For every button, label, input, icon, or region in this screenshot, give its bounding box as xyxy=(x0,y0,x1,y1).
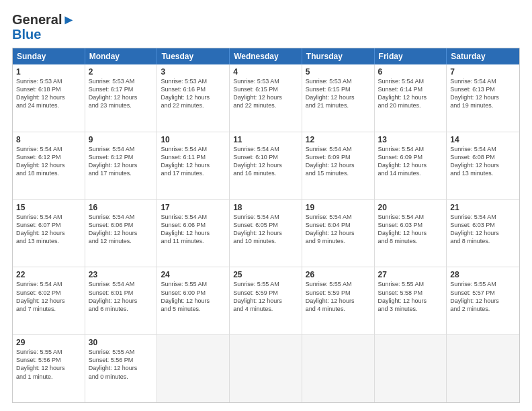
header-day-sunday: Sunday xyxy=(13,48,85,64)
day-number: 5 xyxy=(306,67,371,77)
header-day-thursday: Thursday xyxy=(302,48,375,64)
day-number: 4 xyxy=(233,67,298,77)
cal-cell-19: 19Sunrise: 5:54 AM Sunset: 6:04 PM Dayli… xyxy=(302,200,375,267)
day-info: Sunrise: 5:54 AM Sunset: 6:10 PM Dayligh… xyxy=(233,145,298,178)
cal-cell-28: 28Sunrise: 5:55 AM Sunset: 5:57 PM Dayli… xyxy=(447,267,519,334)
day-info: Sunrise: 5:53 AM Sunset: 6:15 PM Dayligh… xyxy=(233,77,298,110)
logo-text: General► xyxy=(12,12,75,28)
day-number: 10 xyxy=(161,135,226,144)
day-info: Sunrise: 5:53 AM Sunset: 6:16 PM Dayligh… xyxy=(161,77,226,110)
day-number: 17 xyxy=(161,203,226,212)
day-info: Sunrise: 5:54 AM Sunset: 6:13 PM Dayligh… xyxy=(450,77,516,110)
day-number: 22 xyxy=(16,270,81,279)
day-number: 15 xyxy=(16,203,81,212)
cal-cell-empty xyxy=(230,335,302,402)
cal-cell-12: 12Sunrise: 5:54 AM Sunset: 6:09 PM Dayli… xyxy=(302,132,375,199)
cal-cell-13: 13Sunrise: 5:54 AM Sunset: 6:09 PM Dayli… xyxy=(375,132,447,199)
day-number: 29 xyxy=(16,338,81,347)
day-info: Sunrise: 5:54 AM Sunset: 6:02 PM Dayligh… xyxy=(16,280,81,313)
cal-cell-26: 26Sunrise: 5:55 AM Sunset: 5:59 PM Dayli… xyxy=(302,267,375,334)
logo: General► Blue xyxy=(12,12,75,41)
calendar-row: 15Sunrise: 5:54 AM Sunset: 6:07 PM Dayli… xyxy=(13,200,519,268)
day-number: 30 xyxy=(89,338,154,347)
day-number: 3 xyxy=(161,67,226,77)
day-info: Sunrise: 5:53 AM Sunset: 6:15 PM Dayligh… xyxy=(306,77,371,110)
header: General► Blue xyxy=(12,12,520,41)
day-number: 6 xyxy=(378,67,443,77)
cal-cell-23: 23Sunrise: 5:54 AM Sunset: 6:01 PM Dayli… xyxy=(85,267,158,334)
cal-cell-8: 8Sunrise: 5:54 AM Sunset: 6:12 PM Daylig… xyxy=(13,132,85,199)
day-number: 8 xyxy=(16,135,81,144)
cal-cell-6: 6Sunrise: 5:54 AM Sunset: 6:14 PM Daylig… xyxy=(375,64,447,132)
header-day-monday: Monday xyxy=(85,48,158,64)
day-number: 19 xyxy=(306,203,371,212)
day-number: 12 xyxy=(306,135,371,144)
calendar: SundayMondayTuesdayWednesdayThursdayFrid… xyxy=(12,48,520,403)
cal-cell-empty xyxy=(375,335,447,402)
calendar-row: 22Sunrise: 5:54 AM Sunset: 6:02 PM Dayli… xyxy=(13,267,519,335)
day-info: Sunrise: 5:54 AM Sunset: 6:06 PM Dayligh… xyxy=(161,213,226,246)
cal-cell-27: 27Sunrise: 5:55 AM Sunset: 5:58 PM Dayli… xyxy=(375,267,447,334)
day-number: 16 xyxy=(89,203,154,212)
cal-cell-1: 1Sunrise: 5:53 AM Sunset: 6:18 PM Daylig… xyxy=(13,64,85,132)
cal-cell-7: 7Sunrise: 5:54 AM Sunset: 6:13 PM Daylig… xyxy=(447,64,519,132)
calendar-body: 1Sunrise: 5:53 AM Sunset: 6:18 PM Daylig… xyxy=(13,64,519,402)
cal-cell-empty xyxy=(447,335,519,402)
cal-cell-10: 10Sunrise: 5:54 AM Sunset: 6:11 PM Dayli… xyxy=(157,132,230,199)
day-info: Sunrise: 5:53 AM Sunset: 6:17 PM Dayligh… xyxy=(89,77,154,110)
day-info: Sunrise: 5:54 AM Sunset: 6:01 PM Dayligh… xyxy=(89,280,154,313)
day-number: 25 xyxy=(233,270,298,279)
day-info: Sunrise: 5:54 AM Sunset: 6:03 PM Dayligh… xyxy=(450,213,516,246)
cal-cell-11: 11Sunrise: 5:54 AM Sunset: 6:10 PM Dayli… xyxy=(230,132,302,199)
logo-blue: Blue xyxy=(12,28,41,41)
day-number: 7 xyxy=(450,67,516,77)
day-info: Sunrise: 5:54 AM Sunset: 6:08 PM Dayligh… xyxy=(450,145,516,178)
day-info: Sunrise: 5:55 AM Sunset: 5:56 PM Dayligh… xyxy=(89,348,154,381)
day-number: 20 xyxy=(378,203,443,212)
cal-cell-29: 29Sunrise: 5:55 AM Sunset: 5:56 PM Dayli… xyxy=(13,335,85,402)
cal-cell-25: 25Sunrise: 5:55 AM Sunset: 5:59 PM Dayli… xyxy=(230,267,302,334)
cal-cell-2: 2Sunrise: 5:53 AM Sunset: 6:17 PM Daylig… xyxy=(85,64,158,132)
day-info: Sunrise: 5:54 AM Sunset: 6:12 PM Dayligh… xyxy=(16,145,81,178)
day-number: 14 xyxy=(450,135,516,144)
cal-cell-16: 16Sunrise: 5:54 AM Sunset: 6:06 PM Dayli… xyxy=(85,200,158,267)
day-info: Sunrise: 5:54 AM Sunset: 6:12 PM Dayligh… xyxy=(89,145,154,178)
day-number: 13 xyxy=(378,135,443,144)
day-number: 28 xyxy=(450,270,516,279)
day-number: 21 xyxy=(450,203,516,212)
header-day-wednesday: Wednesday xyxy=(230,48,302,64)
day-info: Sunrise: 5:54 AM Sunset: 6:14 PM Dayligh… xyxy=(378,77,443,110)
cal-cell-17: 17Sunrise: 5:54 AM Sunset: 6:06 PM Dayli… xyxy=(157,200,230,267)
cal-cell-empty xyxy=(157,335,230,402)
day-number: 9 xyxy=(89,135,154,144)
day-info: Sunrise: 5:54 AM Sunset: 6:09 PM Dayligh… xyxy=(306,145,371,178)
day-info: Sunrise: 5:54 AM Sunset: 6:05 PM Dayligh… xyxy=(233,213,298,246)
cal-cell-22: 22Sunrise: 5:54 AM Sunset: 6:02 PM Dayli… xyxy=(13,267,85,334)
day-number: 27 xyxy=(378,270,443,279)
day-number: 18 xyxy=(233,203,298,212)
calendar-header: SundayMondayTuesdayWednesdayThursdayFrid… xyxy=(13,48,519,64)
cal-cell-15: 15Sunrise: 5:54 AM Sunset: 6:07 PM Dayli… xyxy=(13,200,85,267)
day-number: 11 xyxy=(233,135,298,144)
day-info: Sunrise: 5:55 AM Sunset: 5:58 PM Dayligh… xyxy=(378,280,443,313)
cal-cell-9: 9Sunrise: 5:54 AM Sunset: 6:12 PM Daylig… xyxy=(85,132,158,199)
cal-cell-24: 24Sunrise: 5:55 AM Sunset: 6:00 PM Dayli… xyxy=(157,267,230,334)
day-info: Sunrise: 5:55 AM Sunset: 5:57 PM Dayligh… xyxy=(450,280,516,313)
day-info: Sunrise: 5:54 AM Sunset: 6:06 PM Dayligh… xyxy=(89,213,154,246)
day-number: 1 xyxy=(16,67,81,77)
day-number: 24 xyxy=(161,270,226,279)
day-info: Sunrise: 5:55 AM Sunset: 5:59 PM Dayligh… xyxy=(233,280,298,313)
day-info: Sunrise: 5:54 AM Sunset: 6:04 PM Dayligh… xyxy=(306,213,371,246)
cal-cell-empty xyxy=(302,335,375,402)
cal-cell-30: 30Sunrise: 5:55 AM Sunset: 5:56 PM Dayli… xyxy=(85,335,158,402)
header-day-friday: Friday xyxy=(375,48,447,64)
day-number: 26 xyxy=(306,270,371,279)
day-info: Sunrise: 5:55 AM Sunset: 5:56 PM Dayligh… xyxy=(16,348,81,381)
day-info: Sunrise: 5:55 AM Sunset: 6:00 PM Dayligh… xyxy=(161,280,226,313)
cal-cell-4: 4Sunrise: 5:53 AM Sunset: 6:15 PM Daylig… xyxy=(230,64,302,132)
day-info: Sunrise: 5:54 AM Sunset: 6:09 PM Dayligh… xyxy=(378,145,443,178)
cal-cell-21: 21Sunrise: 5:54 AM Sunset: 6:03 PM Dayli… xyxy=(447,200,519,267)
calendar-row: 1Sunrise: 5:53 AM Sunset: 6:18 PM Daylig… xyxy=(13,64,519,132)
calendar-row: 8Sunrise: 5:54 AM Sunset: 6:12 PM Daylig… xyxy=(13,132,519,200)
cal-cell-14: 14Sunrise: 5:54 AM Sunset: 6:08 PM Dayli… xyxy=(447,132,519,199)
